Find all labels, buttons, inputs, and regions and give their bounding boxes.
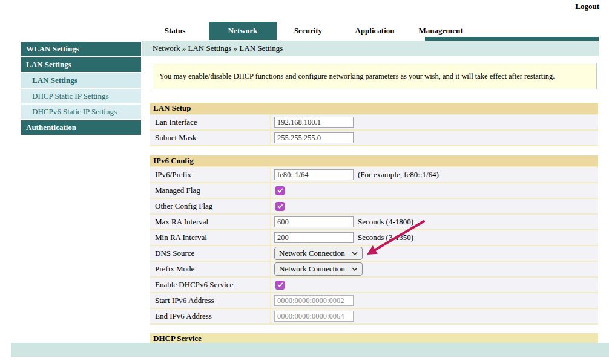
lan-interface-input[interactable]	[274, 117, 354, 128]
field-hint: (For example, fe80::1/64)	[358, 170, 439, 180]
subnet-mask-input[interactable]	[274, 132, 354, 143]
end-ipv6-address-input[interactable]	[274, 311, 354, 322]
info-notice-text: You may enable/disable DHCP functions an…	[159, 72, 555, 81]
sidebar-item-dhcpv6-static-ip[interactable]: DHCPv6 Static IP Settings	[21, 105, 141, 119]
section-lan-setup: LAN Setup Lan Interface Subnet Mask	[150, 103, 598, 146]
table-row: Enable DHCPv6 Service	[150, 278, 598, 292]
logout-link[interactable]: Logout	[575, 2, 599, 11]
field-hint: Seconds (3-1350)	[358, 233, 413, 242]
table-row: Min RA Interval Seconds (3-1350)	[150, 230, 598, 245]
field-label: Start IPv6 Address	[150, 293, 270, 308]
section-header-ipv6-config: IPv6 Config	[150, 155, 598, 166]
dns-source-select[interactable]: Network Connection	[274, 247, 363, 260]
table-row: End IPv6 Address	[150, 309, 598, 323]
ipv6-prefix-input[interactable]	[274, 169, 354, 180]
field-label: Lan Interface	[150, 115, 270, 129]
max-ra-interval-input[interactable]	[274, 216, 354, 227]
check-mark-icon	[277, 203, 284, 210]
sidebar-menu: WLAN Settings LAN Settings LAN Settings …	[21, 42, 141, 136]
prefix-mode-selected-value: Network Connection	[279, 264, 345, 274]
dns-source-selected-value: Network Connection	[279, 249, 345, 258]
table-row: Subnet Mask	[150, 131, 598, 145]
breadcrumb: Network » LAN Settings » LAN Settings	[142, 41, 599, 56]
field-label: DNS Source	[150, 246, 270, 261]
table-row: Prefix Mode Network Connection	[150, 262, 598, 276]
field-label: Enable DHCPv6 Service	[150, 278, 270, 292]
sidebar-item-lan-settings-group[interactable]: LAN Settings	[21, 57, 141, 72]
min-ra-interval-input[interactable]	[274, 232, 354, 243]
other-config-flag-checkbox[interactable]	[275, 202, 285, 211]
table-row: Other Config Flag	[150, 199, 598, 213]
section-ipv6-config: IPv6 Config IPv6/Prefix (For example, fe…	[150, 155, 598, 325]
chevron-down-icon	[352, 267, 358, 271]
table-row: Max RA Interval Seconds (4-1800)	[150, 215, 598, 229]
table-row: Lan Interface	[150, 115, 598, 129]
tab-status[interactable]: Status	[145, 22, 205, 40]
tab-security[interactable]: Security	[278, 22, 338, 40]
sidebar-item-authentication[interactable]: Authentication	[21, 120, 141, 135]
tab-application[interactable]: Application	[344, 22, 405, 40]
section-header-lan-setup: LAN Setup	[150, 103, 598, 114]
sidebar-item-wlan-settings[interactable]: WLAN Settings	[21, 42, 141, 56]
field-label: End IPv6 Address	[150, 309, 270, 323]
managed-flag-checkbox[interactable]	[275, 186, 285, 195]
field-label: Min RA Interval	[150, 230, 270, 245]
prefix-mode-select[interactable]: Network Connection	[274, 262, 363, 276]
table-row: IPv6/Prefix (For example, fe80::1/64)	[150, 167, 598, 182]
table-row: Managed Flag	[150, 183, 598, 198]
start-ipv6-address-input[interactable]	[274, 295, 354, 306]
footer-bar	[11, 343, 609, 357]
sidebar-item-dhcp-static-ip[interactable]: DHCP Static IP Settings	[21, 89, 141, 103]
field-label: IPv6/Prefix	[150, 167, 270, 182]
table-row: Start IPv6 Address	[150, 293, 598, 308]
field-label: Other Config Flag	[150, 199, 270, 213]
check-mark-icon	[277, 281, 284, 288]
tab-network[interactable]: Network	[209, 22, 277, 40]
field-label: Prefix Mode	[150, 262, 270, 276]
enable-dhcpv6-service-checkbox[interactable]	[275, 281, 285, 290]
table-row: DNS Source Network Connection	[150, 246, 598, 261]
sidebar-item-lan-settings[interactable]: LAN Settings	[21, 73, 141, 88]
check-mark-icon	[277, 187, 284, 194]
info-notice: You may enable/disable DHCP functions an…	[153, 63, 597, 89]
field-hint: Seconds (4-1800)	[358, 217, 413, 227]
chevron-down-icon	[352, 252, 358, 256]
field-label: Subnet Mask	[150, 131, 270, 145]
field-label: Max RA Interval	[150, 215, 270, 229]
field-label: Managed Flag	[150, 183, 270, 198]
